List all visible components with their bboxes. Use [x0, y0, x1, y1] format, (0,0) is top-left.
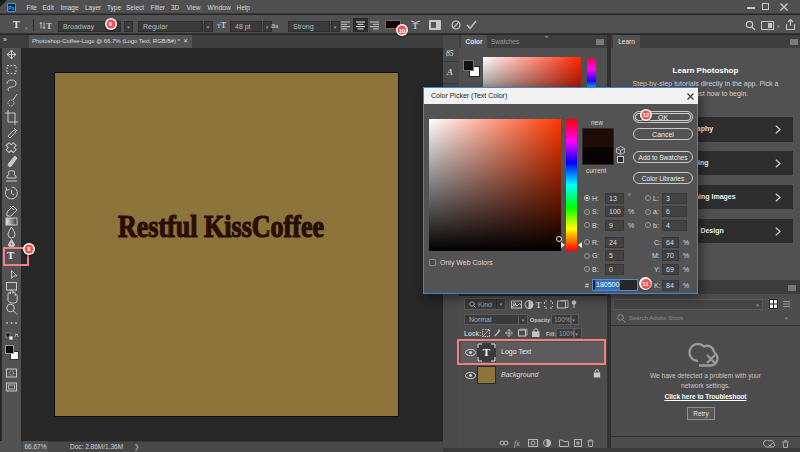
- svg-text:T: T: [536, 300, 542, 309]
- svg-text:T: T: [413, 22, 419, 31]
- svg-text:T: T: [46, 21, 52, 31]
- svg-text:fx: fx: [514, 439, 520, 448]
